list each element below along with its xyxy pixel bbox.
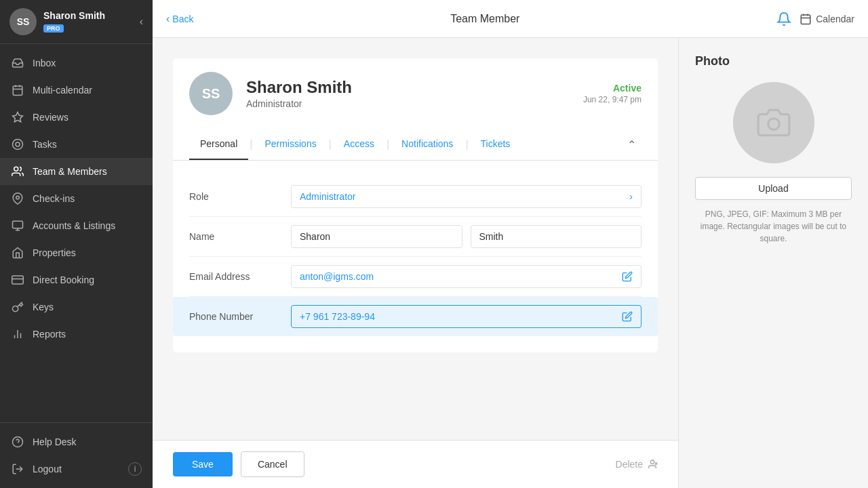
booking-icon bbox=[11, 273, 24, 287]
sidebar-item-label-help-desk: Help Desk bbox=[33, 436, 77, 447]
svg-point-6 bbox=[16, 142, 20, 146]
tab-divider-2: | bbox=[328, 138, 333, 150]
svg-rect-12 bbox=[12, 276, 24, 284]
role-label: Role bbox=[189, 191, 291, 202]
sidebar-item-direct-booking[interactable]: Direct Booking bbox=[0, 266, 153, 293]
email-field: anton@igms.com bbox=[291, 265, 642, 288]
topbar-actions: Calendar bbox=[776, 12, 854, 26]
back-chevron-icon: ‹ bbox=[166, 13, 170, 25]
calendar-icon bbox=[11, 83, 24, 97]
collapse-icon[interactable]: ‹ bbox=[140, 16, 143, 28]
svg-point-27 bbox=[768, 119, 779, 130]
sidebar-item-reviews[interactable]: Reviews bbox=[0, 104, 153, 131]
delete-button[interactable]: Delete bbox=[616, 459, 658, 470]
role-row: Role Administrator › bbox=[189, 177, 642, 217]
status-date: Jun 22, 9:47 pm bbox=[583, 95, 642, 104]
role-chevron-icon: › bbox=[629, 191, 633, 202]
profile-avatar: SS bbox=[189, 72, 233, 115]
team-icon bbox=[11, 165, 24, 178]
sidebar-item-label-team-members: Team & Members bbox=[33, 166, 107, 177]
phone-input-container: +7 961 723-89-94 bbox=[291, 305, 642, 328]
email-input-container: anton@igms.com bbox=[291, 265, 642, 288]
tabs-chevron-icon[interactable]: ⌃ bbox=[622, 133, 642, 157]
topbar: ‹ Back Team Member Calendar bbox=[153, 0, 868, 38]
tab-permissions[interactable]: Permissions bbox=[254, 129, 327, 160]
calendar-button[interactable]: Calendar bbox=[800, 13, 854, 25]
user-name: Sharon Smith bbox=[43, 10, 140, 21]
svg-point-7 bbox=[14, 167, 18, 171]
sidebar-footer: Help Desk Logout i bbox=[0, 422, 153, 488]
profile-panel: SS Sharon Smith Administrator Active Jun… bbox=[153, 38, 678, 440]
back-button[interactable]: ‹ Back bbox=[166, 13, 193, 25]
back-label: Back bbox=[172, 14, 193, 24]
sidebar-item-label-reviews: Reviews bbox=[33, 112, 68, 123]
sidebar-item-multi-calendar[interactable]: Multi-calendar bbox=[0, 77, 153, 104]
calendar-label: Calendar bbox=[816, 14, 854, 24]
role-field: Administrator › bbox=[291, 185, 642, 208]
upload-button[interactable]: Upload bbox=[695, 177, 852, 200]
sidebar-item-keys[interactable]: Keys bbox=[0, 293, 153, 321]
info-icon[interactable]: i bbox=[128, 462, 142, 476]
profile-name: Sharon Smith bbox=[246, 78, 583, 97]
sidebar-item-label-multi-calendar: Multi-calendar bbox=[33, 85, 92, 96]
profile-status: Active Jun 22, 9:47 pm bbox=[583, 83, 642, 104]
svg-point-24 bbox=[650, 460, 654, 464]
role-select[interactable]: Administrator › bbox=[291, 185, 642, 208]
photo-panel: Photo Upload PNG, JPEG, GIF: Maximum 3 M… bbox=[678, 38, 868, 488]
sidebar-item-reports[interactable]: Reports bbox=[0, 321, 153, 348]
profile-info: Sharon Smith Administrator bbox=[246, 78, 583, 109]
form-area: Role Administrator › Name bbox=[173, 161, 658, 352]
status-badge: Active bbox=[583, 83, 642, 94]
email-row: Email Address anton@igms.com bbox=[189, 257, 642, 297]
main-content: ‹ Back Team Member Calendar SS Sharon Sm… bbox=[153, 0, 868, 488]
inbox-icon bbox=[11, 56, 24, 70]
tab-access[interactable]: Access bbox=[333, 129, 385, 160]
properties-icon bbox=[11, 246, 24, 260]
camera-icon bbox=[757, 106, 791, 140]
phone-edit-icon[interactable] bbox=[622, 311, 633, 322]
help-icon bbox=[11, 435, 24, 449]
sidebar-item-logout[interactable]: Logout i bbox=[0, 455, 153, 483]
photo-hint: PNG, JPEG, GIF: Maximum 3 MB per image. … bbox=[695, 208, 852, 245]
sidebar-item-help-desk[interactable]: Help Desk bbox=[0, 428, 153, 455]
sidebar-item-label-properties: Properties bbox=[33, 247, 76, 258]
name-label: Name bbox=[189, 231, 291, 242]
phone-row: Phone Number +7 961 723-89-94 bbox=[173, 297, 658, 336]
save-button[interactable]: Save bbox=[173, 452, 233, 476]
sidebar-item-check-ins[interactable]: Check-ins bbox=[0, 185, 153, 212]
sidebar: SS Sharon Smith PRO ‹ Inbox Multi-calend… bbox=[0, 0, 153, 488]
bell-icon[interactable] bbox=[776, 12, 791, 26]
sidebar-nav: Inbox Multi-calendar Reviews Tasks Team … bbox=[0, 44, 153, 422]
sidebar-item-label-reports: Reports bbox=[33, 329, 66, 340]
phone-field: +7 961 723-89-94 bbox=[291, 305, 642, 328]
sidebar-item-label-direct-booking: Direct Booking bbox=[33, 274, 94, 285]
svg-marker-4 bbox=[13, 113, 23, 122]
tab-tickets[interactable]: Tickets bbox=[470, 129, 521, 160]
tab-divider-3: | bbox=[385, 138, 391, 150]
tab-personal[interactable]: Personal bbox=[189, 129, 248, 160]
last-name-input[interactable] bbox=[471, 225, 642, 248]
email-edit-icon[interactable] bbox=[622, 271, 633, 282]
sidebar-header: SS Sharon Smith PRO ‹ bbox=[0, 0, 153, 44]
photo-circle bbox=[733, 82, 814, 163]
svg-rect-9 bbox=[13, 221, 23, 228]
sidebar-item-inbox[interactable]: Inbox bbox=[0, 49, 153, 77]
sidebar-item-label-accounts-listings: Accounts & Listings bbox=[33, 220, 115, 231]
profile-header: SS Sharon Smith Administrator Active Jun… bbox=[173, 58, 658, 129]
cancel-button[interactable]: Cancel bbox=[241, 451, 304, 477]
page-title: Team Member bbox=[193, 13, 776, 25]
accounts-icon bbox=[11, 219, 24, 232]
svg-rect-0 bbox=[13, 86, 22, 96]
email-label: Email Address bbox=[189, 271, 291, 282]
email-value: anton@igms.com bbox=[300, 271, 622, 282]
photo-title: Photo bbox=[695, 54, 730, 68]
sidebar-item-accounts-listings[interactable]: Accounts & Listings bbox=[0, 212, 153, 239]
svg-point-5 bbox=[13, 140, 23, 150]
profile-role: Administrator bbox=[246, 98, 583, 109]
sidebar-item-team-members[interactable]: Team & Members bbox=[0, 158, 153, 185]
sidebar-item-label-check-ins: Check-ins bbox=[33, 193, 75, 204]
sidebar-item-properties[interactable]: Properties bbox=[0, 239, 153, 266]
first-name-input[interactable] bbox=[291, 225, 462, 248]
tab-notifications[interactable]: Notifications bbox=[391, 129, 464, 160]
sidebar-item-tasks[interactable]: Tasks bbox=[0, 131, 153, 158]
